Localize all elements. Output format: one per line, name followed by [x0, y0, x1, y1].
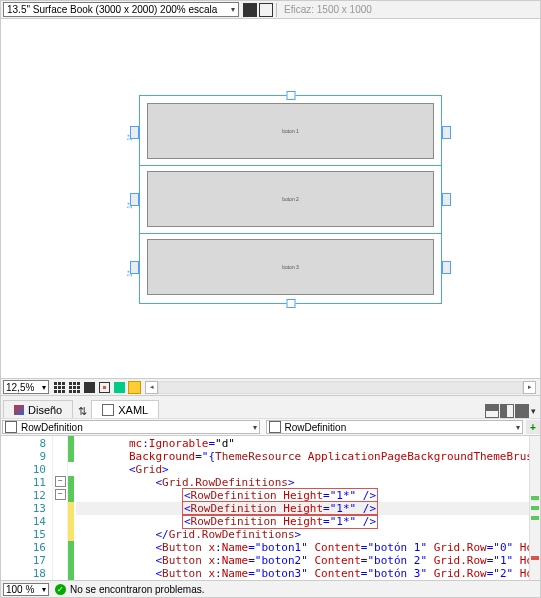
chevron-down-icon: ▾ [231, 5, 235, 14]
chevron-down-icon: ▾ [516, 423, 520, 432]
designer-button-2[interactable]: boton 2 [147, 171, 434, 227]
member-text: RowDefinition [285, 422, 347, 433]
row-handle[interactable] [130, 126, 139, 139]
split-horizontal-button[interactable] [485, 404, 499, 418]
snap-icon[interactable] [82, 380, 96, 394]
member-combo[interactable]: RowDefinition ▾ [266, 420, 524, 434]
device-combo[interactable]: 13.5" Surface Book (3000 x 2000) 200% es… [3, 2, 239, 17]
scope-text: RowDefinition [21, 422, 83, 433]
full-pane-button[interactable] [515, 404, 529, 418]
code-editor[interactable]: 891011121314151617181920 − − mc:Ignorabl… [1, 436, 540, 580]
tab-label: XAML [118, 404, 148, 416]
row-handle[interactable] [442, 126, 451, 139]
scope-combo[interactable]: RowDefinition ▾ [2, 420, 260, 434]
scroll-map[interactable] [529, 436, 540, 580]
scroll-right-arrow[interactable]: ▸ [523, 381, 536, 394]
row-handle[interactable] [442, 193, 451, 206]
row-handle[interactable] [442, 261, 451, 274]
resize-handle-top[interactable] [286, 91, 295, 100]
row-handle[interactable] [130, 193, 139, 206]
design-icon [14, 405, 24, 415]
effective-resolution-label: Eficaz: 1500 x 1000 [284, 4, 372, 15]
tab-strip: Diseño ⇅ XAML ▾ [1, 395, 540, 418]
designer-zoombar: 12,5% ▾ ◂ ▸ [1, 378, 540, 395]
designer-toolbar: 13.5" Surface Book (3000 x 2000) 200% es… [1, 1, 540, 19]
swap-panes-button[interactable]: ⇅ [75, 404, 89, 418]
problems-label: No se encontraron problemas. [70, 584, 205, 595]
toggle-code-icon[interactable] [127, 380, 141, 394]
chevron-down-icon: ▾ [42, 383, 46, 392]
pane-layout-buttons: ▾ [484, 404, 538, 418]
chevron-down-icon: ▾ [253, 423, 257, 432]
change-marker-gutter [68, 436, 74, 580]
add-button[interactable]: + [526, 420, 540, 434]
orientation-landscape-button[interactable] [258, 2, 273, 17]
scroll-left-arrow[interactable]: ◂ [145, 381, 158, 394]
code-nav-bar: RowDefinition ▾ RowDefinition ▾ + [1, 418, 540, 436]
code-content[interactable]: mc:Ignorable="d" Background="{ThemeResou… [74, 436, 529, 580]
designer-surface[interactable]: 1* 1* 1* boton 1 boton 2 boton 3 [1, 19, 540, 378]
grid-view-icon[interactable] [52, 380, 66, 394]
tab-xaml[interactable]: XAML [91, 400, 159, 418]
line-number-gutter: 891011121314151617181920 [1, 436, 53, 580]
row-handle[interactable] [130, 261, 139, 274]
row-divider[interactable] [139, 165, 442, 166]
grid-selection[interactable]: boton 1 boton 2 boton 3 [139, 95, 442, 304]
toolbar-separator [276, 3, 277, 17]
snap-options-icon[interactable] [97, 380, 111, 394]
row-divider[interactable] [139, 233, 442, 234]
zoom-combo[interactable]: 12,5% ▾ [3, 380, 49, 394]
element-icon [5, 421, 17, 433]
designer-button-3[interactable]: boton 3 [147, 239, 434, 295]
fold-toggle[interactable]: − [55, 489, 66, 500]
scroll-track[interactable] [158, 381, 523, 394]
element-icon [269, 421, 281, 433]
fold-toggle[interactable]: − [55, 476, 66, 487]
tab-design[interactable]: Diseño [3, 400, 73, 418]
designer-button-1[interactable]: boton 1 [147, 103, 434, 159]
status-bar: 100 % ▾ ✓ No se encontraron problemas. [1, 580, 540, 597]
split-vertical-button[interactable] [500, 404, 514, 418]
device-combo-text: 13.5" Surface Book (3000 x 2000) 200% es… [7, 4, 217, 15]
toggle-effects-icon[interactable] [112, 380, 126, 394]
tab-label: Diseño [28, 404, 62, 416]
grid-view-alt-icon[interactable] [67, 380, 81, 394]
status-zoom-combo[interactable]: 100 % ▾ [3, 583, 49, 596]
orientation-portrait-button[interactable] [242, 2, 257, 17]
zoom-value: 12,5% [6, 382, 34, 393]
horizontal-scrollbar[interactable]: ◂ ▸ [145, 381, 536, 393]
status-zoom-value: 100 % [6, 584, 34, 595]
chevron-down-icon: ▾ [42, 585, 46, 594]
xaml-icon [102, 404, 114, 416]
check-icon: ✓ [55, 584, 66, 595]
outline-gutter[interactable]: − − [53, 436, 68, 580]
chevron-down-icon[interactable]: ▾ [531, 406, 536, 416]
resize-handle-bottom[interactable] [286, 299, 295, 308]
